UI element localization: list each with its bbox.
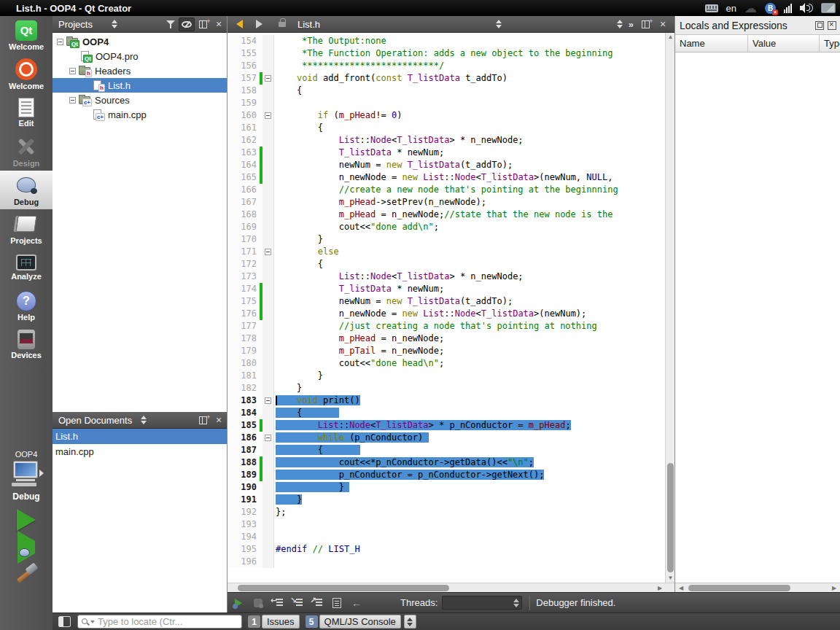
column-header-type[interactable]: Type xyxy=(820,35,840,52)
code-text[interactable]: } xyxy=(274,233,323,246)
line-number[interactable]: 196 xyxy=(228,556,260,568)
code-line-186[interactable]: 186 while (p_nConductor) xyxy=(228,432,674,444)
mode-projects[interactable]: Projects xyxy=(0,209,52,248)
fold-marker-icon[interactable] xyxy=(262,109,274,122)
code-text[interactable]: } xyxy=(274,382,302,394)
code-line-172[interactable]: 172 { xyxy=(228,258,674,271)
line-number[interactable]: 155 xyxy=(228,47,260,60)
issues-label[interactable]: Issues xyxy=(262,615,300,629)
line-number[interactable]: 185 xyxy=(228,419,260,432)
locals-horizontal-scrollbar[interactable]: ◀ ▶ xyxy=(675,583,840,592)
locator-input[interactable] xyxy=(95,616,241,627)
line-number[interactable]: 181 xyxy=(228,370,260,382)
code-text[interactable]: { xyxy=(274,122,323,134)
line-number[interactable]: 172 xyxy=(228,258,260,271)
line-number[interactable]: 187 xyxy=(228,444,260,456)
code-text[interactable]: if (m_pHead!= 0) xyxy=(274,109,402,122)
open-documents-title[interactable]: Open Documents xyxy=(58,415,132,426)
hscroll-thumb[interactable] xyxy=(238,585,449,591)
line-number[interactable]: 158 xyxy=(228,85,260,97)
tree-expander-icon[interactable] xyxy=(69,68,76,74)
threads-combobox[interactable] xyxy=(442,596,522,610)
code-line-156[interactable]: 156 **************************/ xyxy=(228,60,674,72)
code-text[interactable] xyxy=(274,556,276,568)
code-line-157[interactable]: 157 void add_front(const T_listData t_ad… xyxy=(228,72,674,85)
fold-marker-icon[interactable] xyxy=(262,72,274,85)
code-line-187[interactable]: 187 { xyxy=(228,444,674,456)
line-number[interactable]: 166 xyxy=(228,184,260,196)
mode-help[interactable]: ?Help xyxy=(0,287,52,325)
step-out-icon[interactable]: ↗ xyxy=(308,595,326,611)
mode-analyze[interactable]: Analyze xyxy=(0,248,52,287)
link-with-editor-icon[interactable] xyxy=(179,18,195,31)
line-number[interactable]: 164 xyxy=(228,159,260,171)
code-text[interactable]: //create a new node that's pointing at t… xyxy=(274,184,618,196)
line-number[interactable]: 174 xyxy=(228,283,260,295)
code-line-170[interactable]: 170 } xyxy=(228,233,674,246)
code-line-163[interactable]: 163 T_listData * newNum; xyxy=(228,147,674,159)
line-number[interactable]: 182 xyxy=(228,382,260,394)
tree-item-oop4[interactable]: QtOOP4 xyxy=(52,34,227,49)
line-number[interactable]: 159 xyxy=(228,97,260,109)
cloud-icon[interactable]: ☁ xyxy=(744,2,757,15)
code-text[interactable]: while (p_nConductor) xyxy=(274,432,429,444)
step-into-icon[interactable]: ↘ xyxy=(289,595,306,611)
column-header-value[interactable]: Value xyxy=(748,35,820,52)
code-line-195[interactable]: 195#endif // LIST_H xyxy=(228,543,674,556)
scroll-left-arrow[interactable]: ◀ xyxy=(677,583,685,593)
code-line-167[interactable]: 167 m_pHead->setPrev(n_newNode); xyxy=(228,196,674,209)
hscroll-thumb[interactable] xyxy=(688,585,790,591)
code-text[interactable]: else xyxy=(274,246,339,258)
line-number[interactable]: 161 xyxy=(228,122,260,134)
code-text[interactable] xyxy=(274,518,276,531)
mode-devices[interactable]: Devices xyxy=(0,325,52,364)
code-line-162[interactable]: 162 List::Node<T_listData> * n_newNode; xyxy=(228,134,674,147)
locator-field[interactable] xyxy=(77,615,242,629)
mode-design[interactable]: Design xyxy=(0,132,52,171)
line-number[interactable]: 156 xyxy=(228,60,260,72)
volume-icon[interactable] xyxy=(800,3,813,13)
code-text[interactable]: *The Function Operation: adds a new obje… xyxy=(274,47,612,60)
run-button[interactable] xyxy=(17,509,36,531)
code-line-166[interactable]: 166 //create a new node that's pointing … xyxy=(228,184,674,196)
code-line-158[interactable]: 158 { xyxy=(228,85,674,97)
file-dropdown-arrows[interactable] xyxy=(496,20,502,28)
code-text[interactable]: List::Node<T_listData> * p_nConductor = … xyxy=(274,419,571,432)
line-number[interactable]: 157 xyxy=(228,72,260,85)
code-line-190[interactable]: 190 } xyxy=(228,481,674,494)
projects-panel-title[interactable]: Projects xyxy=(58,19,93,30)
code-text[interactable]: n_newNode = new List::Node<T_listData>(n… xyxy=(274,308,586,320)
line-number[interactable]: 178 xyxy=(228,332,260,345)
line-number[interactable]: 173 xyxy=(228,271,260,283)
line-number[interactable]: 190 xyxy=(228,481,260,494)
code-line-169[interactable]: 169 cout<<"done add\n"; xyxy=(228,221,674,233)
code-line-181[interactable]: 181 } xyxy=(228,370,674,382)
console-pane-button[interactable]: 5 QML/JS Console xyxy=(306,615,401,629)
console-label[interactable]: QML/JS Console xyxy=(319,615,401,629)
code-text[interactable]: m_pHead->setPrev(n_newNode); xyxy=(274,196,486,209)
fold-marker-icon[interactable] xyxy=(262,432,274,444)
code-text[interactable]: } xyxy=(274,481,349,494)
line-number[interactable]: 165 xyxy=(228,171,260,184)
code-line-185[interactable]: 185 List::Node<T_listData> * p_nConducto… xyxy=(228,419,674,432)
line-number[interactable]: 183 xyxy=(228,394,260,407)
code-text[interactable]: } xyxy=(274,370,323,382)
line-number[interactable]: 176 xyxy=(228,308,260,320)
float-panel-icon[interactable] xyxy=(815,21,824,30)
line-number[interactable]: 167 xyxy=(228,196,260,209)
code-line-174[interactable]: 174 T_listData * newNum; xyxy=(228,283,674,295)
code-text[interactable] xyxy=(274,97,276,109)
code-line-177[interactable]: 177 //just creating a node that's pointi… xyxy=(228,320,674,332)
line-number[interactable]: 154 xyxy=(228,35,260,47)
column-header-name[interactable]: Name xyxy=(675,35,748,52)
code-text[interactable]: T_listData * newNum; xyxy=(274,147,444,159)
code-line-180[interactable]: 180 cout<<"done head\n"; xyxy=(228,357,674,370)
tree-item-headers[interactable]: hHeaders xyxy=(52,63,227,78)
toolbar-overflow-icon[interactable]: » xyxy=(629,19,634,30)
fold-marker-icon[interactable] xyxy=(262,246,274,258)
mode-debug[interactable]: Debug xyxy=(0,171,52,209)
tree-item-oop4-pro[interactable]: QtOOP4.pro xyxy=(52,49,227,63)
scroll-up-arrow[interactable]: ▲ xyxy=(666,33,674,42)
panel-selector-arrows[interactable] xyxy=(112,20,117,28)
split-icon[interactable] xyxy=(639,18,651,31)
